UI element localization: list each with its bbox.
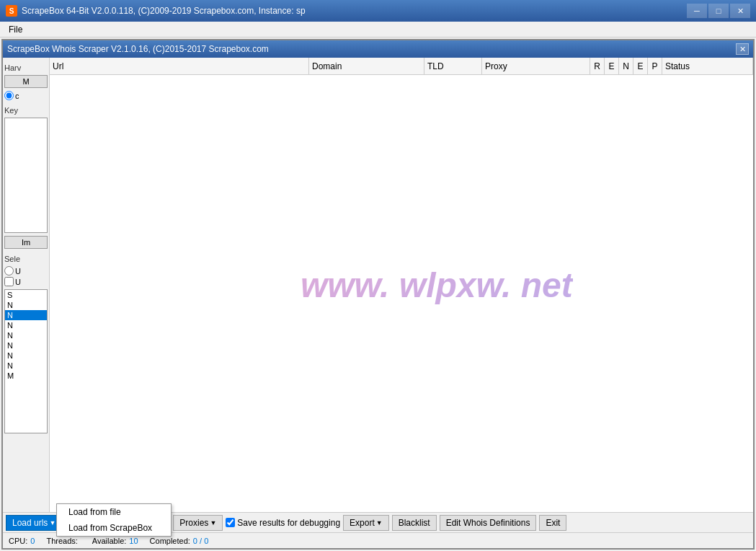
tld-item-n5[interactable]: N bbox=[5, 340, 47, 351]
checkbox-u-input[interactable] bbox=[4, 277, 14, 286]
menu-item-file[interactable]: File bbox=[3, 23, 28, 36]
tld-item-n7[interactable]: N bbox=[5, 361, 47, 371]
radio-group-select: U U bbox=[4, 266, 48, 286]
load-urls-dropdown: Load from file Load from ScrapeBox bbox=[56, 503, 172, 537]
menu-bar: File bbox=[0, 22, 756, 38]
table-header: Url Domain TLD Proxy R E N E P Status bbox=[50, 58, 753, 75]
available-status: Available: 10 bbox=[92, 537, 138, 545]
title-bar-controls: ─ □ ✕ bbox=[687, 4, 750, 18]
threads-label: Threads: bbox=[46, 537, 77, 545]
available-label: Available: bbox=[92, 537, 127, 545]
plugin-title-bar: ScrapeBox Whois Scraper V2.1.0.16, (C)20… bbox=[3, 40, 753, 58]
load-urls-button[interactable]: Load urls ▼ bbox=[6, 515, 62, 531]
tld-item-m[interactable]: M bbox=[5, 371, 47, 381]
content-area: Harv M c Key Im Sele U bbox=[3, 58, 753, 512]
th-e2[interactable]: E bbox=[633, 58, 648, 74]
th-r[interactable]: R bbox=[590, 58, 605, 74]
th-p[interactable]: P bbox=[648, 58, 662, 74]
title-bar: S ScrapeBox 64-Bit V2.0.0.118, (C)2009-2… bbox=[0, 0, 756, 22]
harvest-label: Harv bbox=[4, 63, 48, 72]
tld-list[interactable]: S N N N N N N N M bbox=[4, 289, 48, 433]
th-proxy[interactable]: Proxy bbox=[482, 58, 590, 74]
edit-whois-button[interactable]: Edit Whois Definitions bbox=[440, 515, 537, 531]
radio-option-c[interactable]: c bbox=[4, 91, 48, 100]
app-icon: S bbox=[6, 5, 17, 17]
tld-item-n2[interactable]: N bbox=[5, 310, 47, 320]
keywords-box[interactable] bbox=[4, 118, 48, 233]
tld-item-n4[interactable]: N bbox=[5, 330, 47, 340]
cpu-value: 0 bbox=[30, 537, 35, 545]
left-panel: Harv M c Key Im Sele U bbox=[3, 58, 50, 512]
main-window: File ScrapeBox Whois Scraper V2.1.0.16, … bbox=[0, 22, 756, 551]
load-from-scrapebox-item[interactable]: Load from ScrapeBox bbox=[57, 520, 171, 536]
select-label: Sele bbox=[4, 255, 48, 263]
tld-item-n6[interactable]: N bbox=[5, 351, 47, 361]
plugin-title-text: ScrapeBox Whois Scraper V2.1.0.16, (C)20… bbox=[7, 44, 269, 54]
radio-c-input[interactable] bbox=[4, 91, 14, 100]
maximize-button[interactable]: □ bbox=[708, 4, 729, 18]
radio-u-input[interactable] bbox=[4, 266, 14, 276]
checkbox-u[interactable]: U bbox=[4, 277, 48, 286]
import-button[interactable]: Im bbox=[4, 236, 48, 249]
th-status[interactable]: Status bbox=[662, 58, 753, 74]
completed-value: 0 / 0 bbox=[193, 537, 208, 545]
proxies-arrow: ▼ bbox=[210, 519, 216, 526]
data-area: Url Domain TLD Proxy R E N E P Status ww… bbox=[50, 58, 753, 512]
title-bar-text: ScrapeBox 64-Bit V2.0.0.118, (C)2009-201… bbox=[22, 6, 687, 16]
tld-item-n1[interactable]: N bbox=[5, 300, 47, 310]
cpu-label: CPU: bbox=[9, 537, 27, 545]
tld-item-s[interactable]: S bbox=[5, 290, 47, 300]
exit-button[interactable]: Exit bbox=[539, 515, 566, 531]
th-domain[interactable]: Domain bbox=[309, 58, 424, 74]
plugin-window: ScrapeBox Whois Scraper V2.1.0.16, (C)20… bbox=[1, 39, 755, 550]
load-urls-arrow: ▼ bbox=[49, 519, 55, 526]
completed-label: Completed: bbox=[150, 537, 190, 545]
threads-status: Threads: bbox=[46, 537, 80, 545]
completed-status: Completed: 0 / 0 bbox=[150, 537, 209, 545]
th-url[interactable]: Url bbox=[50, 58, 309, 74]
proxies-button[interactable]: Proxies ▼ bbox=[173, 515, 223, 531]
tld-item-n3[interactable]: N bbox=[5, 320, 47, 330]
main-button[interactable]: M bbox=[4, 75, 48, 88]
radio-u[interactable]: U bbox=[4, 266, 48, 276]
available-value: 10 bbox=[129, 537, 138, 545]
load-from-file-item[interactable]: Load from file bbox=[57, 504, 171, 520]
watermark: www. wlpxw. net bbox=[301, 265, 573, 305]
th-n[interactable]: N bbox=[619, 58, 633, 74]
radio-group-top: c bbox=[4, 91, 48, 100]
th-e[interactable]: E bbox=[605, 58, 619, 74]
save-results-label[interactable]: Save results for debugging bbox=[226, 518, 340, 528]
plugin-close-button[interactable]: ✕ bbox=[736, 43, 749, 55]
export-button[interactable]: Export ▼ bbox=[343, 515, 389, 531]
close-button[interactable]: ✕ bbox=[730, 4, 750, 18]
cpu-status: CPU: 0 bbox=[9, 537, 35, 545]
th-tld[interactable]: TLD bbox=[424, 58, 482, 74]
keywords-label: Key bbox=[4, 106, 48, 115]
minimize-button[interactable]: ─ bbox=[687, 4, 707, 18]
save-results-checkbox[interactable] bbox=[226, 518, 235, 527]
blacklist-button[interactable]: Blacklist bbox=[392, 515, 437, 531]
export-arrow: ▼ bbox=[376, 519, 383, 526]
